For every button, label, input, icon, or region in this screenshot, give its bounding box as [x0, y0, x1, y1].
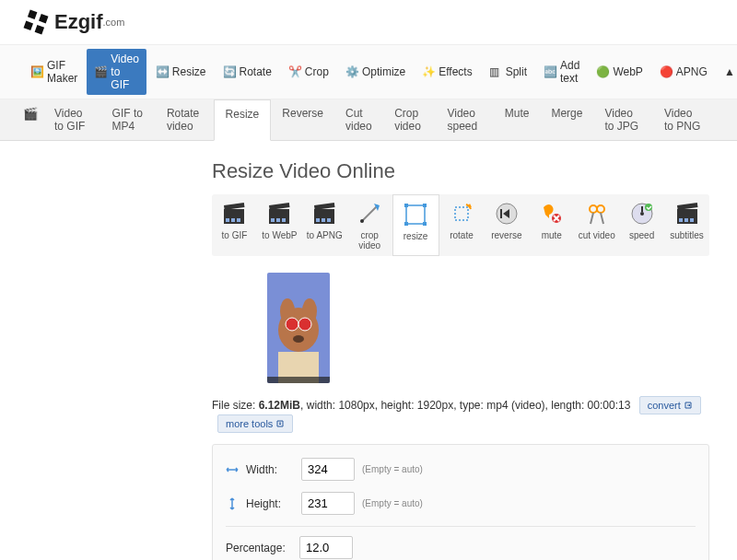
nav-icon: 🔴: [660, 65, 673, 78]
main-content: Resize Video Online to GIFto WebPto APNG…: [0, 141, 709, 560]
convert-button[interactable]: convert: [639, 396, 701, 414]
tool-label: crop video: [358, 230, 380, 251]
width-input[interactable]: [301, 458, 355, 481]
tool-label: cut video: [579, 230, 615, 240]
tool-mute[interactable]: mute: [529, 194, 574, 256]
percentage-label: Percentage:: [226, 542, 292, 554]
w-label: , width:: [300, 399, 338, 412]
tool-label: to GIF: [222, 230, 248, 240]
nav-label: Rotate: [240, 65, 272, 78]
tool-speed[interactable]: speed: [619, 194, 664, 256]
tab-reverse[interactable]: Reverse: [271, 99, 334, 140]
nav-rotate[interactable]: 🔄Rotate: [216, 49, 279, 95]
tool-rotate[interactable]: rotate: [439, 194, 485, 256]
nav-label: Split: [506, 65, 527, 78]
nav-crop[interactable]: ✂️Crop: [281, 49, 336, 95]
nav-label: WebP: [613, 65, 642, 78]
file-meta: File size: 6.12MiB, width: 1080px, heigh…: [212, 396, 709, 433]
svg-rect-42: [267, 377, 330, 383]
nav-icon: 🔤: [544, 65, 556, 78]
tool-label: subtitles: [670, 230, 704, 240]
tool-to-GIF[interactable]: to GIF: [212, 194, 257, 256]
svg-rect-31: [679, 218, 683, 222]
nav-split[interactable]: ▥Split: [482, 49, 534, 95]
nav-webp[interactable]: 🟢WebP: [589, 49, 649, 95]
tool-reverse[interactable]: reverse: [484, 194, 529, 256]
logo-icon: [23, 9, 49, 35]
svg-rect-2: [226, 218, 229, 222]
nav-label: Effects: [439, 65, 472, 78]
video-icon: 🎬: [23, 107, 38, 122]
size-label: File size:: [212, 399, 259, 412]
tab-video-speed[interactable]: Video speed: [436, 99, 493, 140]
tool-icon: [493, 200, 521, 228]
tab-gif-to-mp4[interactable]: GIF to MP4: [101, 99, 156, 140]
svg-rect-3: [231, 218, 235, 222]
divider: [226, 526, 696, 527]
nav-video-to-gif[interactable]: 🎬Video to GIF: [87, 49, 146, 95]
tool-to-WebP[interactable]: to WebP: [257, 194, 302, 256]
arrow-right-icon: [684, 401, 693, 410]
svg-rect-14: [327, 218, 331, 222]
svg-point-38: [286, 318, 298, 331]
tool-resize[interactable]: resize: [392, 194, 439, 256]
nav-resize[interactable]: ↔️Resize: [148, 49, 214, 95]
height-hint: (Empty = auto): [362, 498, 423, 508]
height-input[interactable]: [301, 492, 355, 515]
arrow-down-icon: [275, 419, 285, 428]
svg-rect-12: [316, 218, 320, 222]
percentage-input[interactable]: [299, 536, 353, 559]
tool-label: to APNG: [307, 230, 343, 240]
tab-cut-video[interactable]: Cut video: [334, 99, 383, 140]
video-preview[interactable]: [267, 273, 330, 383]
tool-crop-video[interactable]: crop video: [347, 194, 392, 256]
nav-label: Crop: [305, 65, 329, 78]
tool-icon: [538, 200, 566, 228]
svg-point-40: [293, 335, 304, 343]
tab-rotate-video[interactable]: Rotate video: [156, 99, 214, 140]
tab-resize[interactable]: Resize: [214, 99, 272, 141]
svg-point-25: [597, 205, 604, 213]
h-label: , height:: [375, 399, 417, 412]
nav-gif-maker[interactable]: 🖼️GIF Maker: [23, 49, 85, 95]
svg-rect-11: [314, 203, 334, 210]
more-tools-button[interactable]: more tools: [217, 414, 293, 433]
nav-icon: ⚙️: [345, 65, 358, 78]
tool-subtitles[interactable]: subtitles: [664, 194, 709, 256]
width-label: Width:: [246, 463, 294, 476]
svg-rect-1: [224, 203, 244, 210]
svg-rect-33: [690, 218, 694, 222]
width-hint: (Empty = auto): [362, 464, 423, 474]
svg-point-39: [298, 318, 311, 331]
tab-mute[interactable]: Mute: [494, 99, 541, 140]
nav-apng[interactable]: 🔴APNG: [652, 49, 715, 95]
nav-optimize[interactable]: ⚙️Optimize: [338, 49, 413, 95]
tool-strip: to GIFto WebPto APNGcrop videoresizerota…: [212, 194, 709, 256]
tool-label: resize: [404, 231, 428, 241]
nav-label: APNG: [676, 65, 708, 78]
nav-label: Video to GIF: [111, 52, 138, 91]
tool-icon: [448, 200, 475, 228]
tab-video-to-gif[interactable]: Video to GIF: [43, 99, 101, 140]
nav-icon: 🖼️: [30, 65, 43, 78]
primary-nav: 🖼️GIF Maker🎬Video to GIF↔️Resize🔄Rotate✂…: [0, 44, 737, 99]
svg-point-15: [360, 219, 364, 223]
tool-to-APNG[interactable]: to APNG: [302, 194, 347, 256]
nav-add-text[interactable]: 🔤Add text: [536, 49, 587, 95]
nav-label: Resize: [172, 65, 206, 78]
tab-crop-video[interactable]: Crop video: [383, 99, 436, 140]
svg-rect-16: [406, 205, 425, 224]
tool-icon: [673, 200, 701, 228]
tab-merge[interactable]: Merge: [540, 99, 593, 140]
tool-icon: [356, 200, 383, 228]
svg-rect-20: [423, 222, 427, 226]
tab-video-to-png[interactable]: Video to PNG: [653, 99, 714, 140]
tool-cut-video[interactable]: cut video: [574, 194, 619, 256]
height-label: Height:: [246, 497, 294, 510]
logo-text: Ezgif: [54, 10, 103, 34]
tool-label: speed: [629, 230, 654, 240]
tab-video-to-jpg[interactable]: Video to JPG: [593, 99, 653, 140]
nav-avif[interactable]: ▲AVIF: [717, 49, 737, 95]
nav-effects[interactable]: ✨Effects: [415, 49, 479, 95]
svg-rect-13: [322, 218, 325, 222]
